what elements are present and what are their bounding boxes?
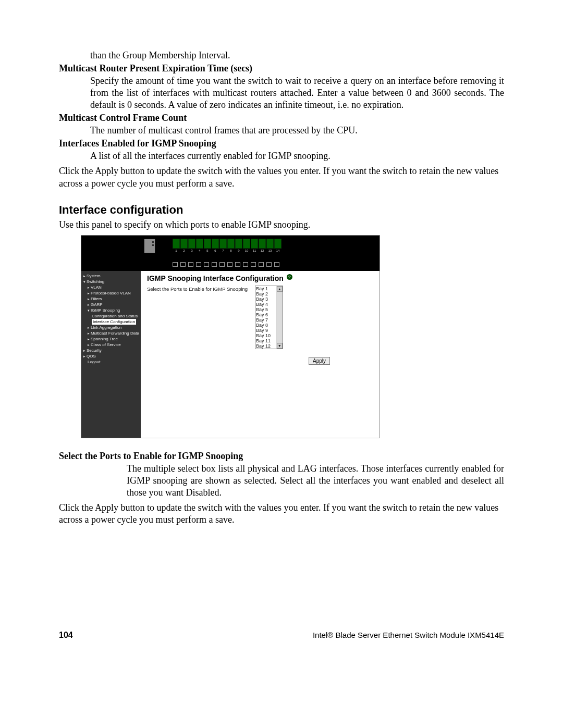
nav-item[interactable]: System (83, 273, 139, 279)
listbox-option[interactable]: Bay 12 (256, 343, 275, 349)
apply-note-1: Click the Apply button to update the swi… (59, 165, 504, 190)
scroll-down-icon[interactable]: ▼ (277, 343, 283, 349)
listbox-option[interactable]: Bay 9 (256, 328, 275, 333)
nav-item[interactable]: Logout (83, 359, 139, 365)
nav-item[interactable]: Interface Configuration (83, 319, 139, 325)
port-number: 10 (243, 249, 250, 253)
status-box (173, 262, 178, 267)
nav-tree[interactable]: SystemSwitchingVLANProtocol-based VLANFi… (81, 271, 141, 438)
footer-product: Intel® Blade Server Ethernet Switch Modu… (313, 631, 504, 639)
status-box (266, 262, 272, 267)
status-box (188, 262, 193, 267)
nav-item[interactable]: IGMP Snooping (83, 307, 139, 313)
apply-button[interactable]: Apply (309, 357, 330, 365)
port-number: 4 (196, 249, 203, 253)
listbox-scrollbar[interactable]: ▲ ▼ (276, 286, 283, 349)
port-slot (219, 239, 227, 249)
status-box (212, 262, 217, 267)
section-intro: Use this panel to specify on which ports… (59, 219, 504, 231)
nav-item[interactable]: Security (83, 348, 139, 353)
nav-item[interactable]: Filters (83, 296, 139, 302)
status-box (180, 262, 186, 267)
term-multicast-router-expiration-body: Specify the amount of time you want the … (59, 75, 504, 111)
listbox-option[interactable]: Bay 6 (256, 312, 275, 317)
port-slot (180, 239, 188, 249)
port-number: 12 (259, 249, 266, 253)
status-box (243, 262, 248, 267)
term-multicast-control-frame-count-body: The number of multicast control frames t… (59, 125, 504, 137)
nav-item[interactable]: Spanning Tree (83, 336, 139, 342)
switch-chassis-icon (144, 239, 155, 253)
port-slot (274, 239, 282, 249)
port-slot (212, 239, 219, 249)
status-box (204, 262, 209, 267)
port-slot (266, 239, 274, 249)
continuation-text: than the Group Membership Interval. (59, 50, 504, 61)
nav-item[interactable]: Class of Service (83, 342, 139, 348)
port-slot (188, 239, 195, 249)
listbox-option[interactable]: Bay 4 (256, 302, 275, 307)
config-panel: IGMP Snooping Interface Configuration ? … (141, 271, 380, 438)
port-number: 13 (266, 249, 274, 253)
nav-item[interactable]: QOS (83, 353, 139, 359)
port-number: 11 (251, 249, 258, 253)
listbox-option[interactable]: Bay 5 (256, 307, 275, 312)
port-number: 8 (227, 249, 235, 253)
field-label-select-ports: Select the Ports to Enable for IGMP Snoo… (147, 286, 248, 292)
port-number: 5 (204, 249, 211, 253)
help-icon[interactable]: ? (287, 274, 292, 280)
port-slot (243, 239, 250, 249)
port-number: 7 (219, 249, 227, 253)
listbox-option[interactable]: Bay 2 (256, 291, 275, 297)
term-interfaces-enabled-igmp: Interfaces Enabled for IGMP Snooping (59, 138, 504, 149)
status-box (227, 262, 232, 267)
nav-item[interactable]: Switching (83, 279, 139, 285)
port-slot (251, 239, 258, 249)
status-box (196, 262, 201, 267)
nav-item[interactable]: VLAN (83, 285, 139, 290)
port-slot (196, 239, 203, 249)
port-slot (204, 239, 211, 249)
listbox-option[interactable]: Bay 11 (256, 338, 275, 343)
term-select-ports-body: The multiple select box lists all physic… (59, 463, 504, 499)
nav-item[interactable]: GARP (83, 302, 139, 307)
listbox-option[interactable]: Bay 1 (256, 286, 275, 291)
apply-note-2: Click the Apply button to update the swi… (59, 502, 504, 526)
status-box (274, 262, 279, 267)
status-box (259, 262, 264, 267)
port-slot (235, 239, 242, 249)
port-number: 9 (235, 249, 242, 253)
nav-item[interactable]: Configuration and Status (83, 313, 139, 319)
listbox-option[interactable]: Bay 8 (256, 323, 275, 328)
scroll-up-icon[interactable]: ▲ (277, 286, 283, 292)
figure-header: 1 2 3 4 5 6 7 8 9 10 11 12 13 14 (81, 236, 380, 271)
figure-igmp-interface-config: 1 2 3 4 5 6 7 8 9 10 11 12 13 14 (81, 235, 380, 438)
status-box (219, 262, 225, 267)
port-diagram: 1 2 3 4 5 6 7 8 9 10 11 12 13 14 (173, 239, 282, 253)
term-multicast-control-frame-count: Multicast Control Frame Count (59, 113, 504, 124)
status-box (235, 262, 240, 267)
port-number: 6 (212, 249, 219, 253)
listbox-option[interactable]: Bay 7 (256, 317, 275, 323)
port-number: 1 (173, 249, 180, 253)
listbox-option[interactable]: Bay 10 (256, 333, 275, 338)
panel-title: IGMP Snooping Interface Configuration ? (147, 274, 365, 282)
nav-item[interactable]: Protocol-based VLAN (83, 290, 139, 296)
port-number: 3 (188, 249, 195, 253)
term-interfaces-enabled-igmp-body: A list of all the interfaces currently e… (59, 150, 504, 162)
page-number: 104 (59, 631, 73, 640)
nav-item[interactable]: Link Aggregation (83, 325, 139, 330)
nav-item[interactable]: Multicast Forwarding Database (83, 330, 139, 336)
term-multicast-router-expiration: Multicast Router Present Expiration Time… (59, 63, 504, 74)
section-heading-interface-configuration: Interface configuration (59, 203, 504, 217)
port-slot (173, 239, 180, 249)
ports-listbox[interactable]: Bay 1Bay 2Bay 3Bay 4Bay 5Bay 6Bay 7Bay 8… (255, 286, 283, 349)
term-select-ports: Select the Ports to Enable for IGMP Snoo… (59, 451, 504, 462)
port-slot (259, 239, 266, 249)
listbox-option[interactable]: Bay 3 (256, 297, 275, 302)
port-slot (227, 239, 235, 249)
status-indicators (173, 261, 279, 267)
port-number: 14 (274, 249, 282, 253)
port-number: 2 (180, 249, 188, 253)
status-box (251, 262, 256, 267)
